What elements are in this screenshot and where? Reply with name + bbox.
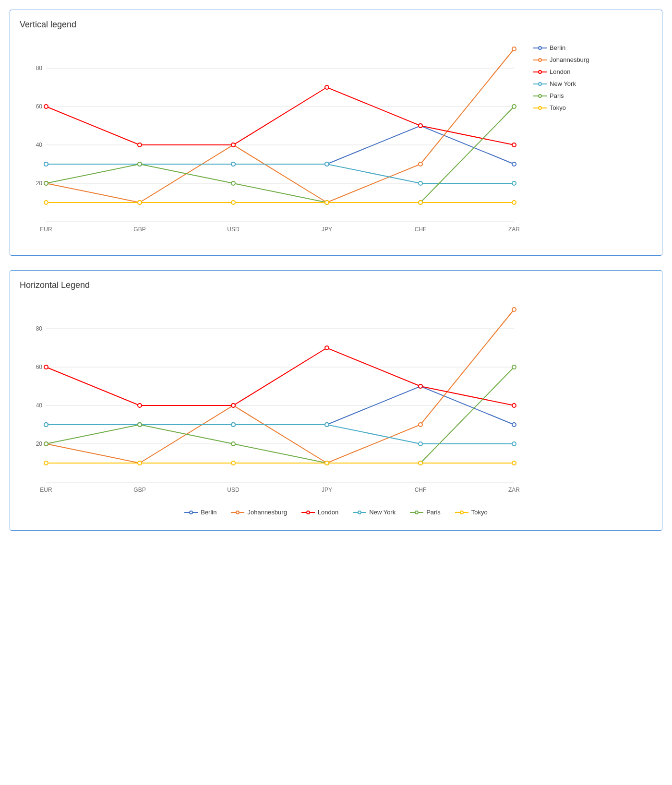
svg-text:60: 60: [36, 103, 43, 110]
svg-text:JPY: JPY: [322, 487, 332, 493]
svg-point-80: [231, 404, 235, 407]
legend-item: Berlin: [533, 44, 589, 51]
svg-point-20: [512, 162, 516, 166]
legend-label: London: [318, 509, 338, 516]
legend-label: New York: [369, 509, 396, 516]
svg-text:USD: USD: [227, 487, 240, 493]
chart-area: 20406080EURGBPUSDJPYCHFZAR: [20, 300, 652, 501]
svg-text:GBP: GBP: [133, 226, 145, 233]
legend-label: Tokyo: [471, 509, 488, 516]
svg-point-41: [231, 181, 235, 185]
legend-item: New York: [353, 509, 396, 516]
svg-text:CHF: CHF: [415, 487, 427, 493]
svg-point-101: [512, 461, 516, 465]
svg-text:20: 20: [36, 440, 43, 447]
chart-horizontal-legend: Horizontal Legend 20406080EURGBPUSDJPYCH…: [10, 270, 662, 531]
svg-point-92: [231, 442, 235, 446]
chart-title: Horizontal Legend: [20, 280, 652, 290]
svg-point-84: [44, 423, 48, 427]
svg-point-82: [419, 384, 422, 388]
svg-point-86: [231, 423, 235, 427]
svg-point-77: [512, 308, 516, 311]
svg-point-30: [325, 85, 329, 89]
svg-text:40: 40: [36, 142, 43, 148]
legend-label: New York: [550, 80, 576, 87]
svg-point-89: [512, 442, 516, 446]
svg-text:40: 40: [36, 402, 43, 409]
svg-point-78: [44, 365, 48, 369]
chart-vertical-legend: Vertical legend 20406080EURGBPUSDJPYCHFZ…: [10, 10, 662, 256]
svg-point-32: [512, 143, 516, 147]
svg-point-98: [231, 461, 235, 465]
legend-label: Johannesburg: [550, 56, 589, 63]
svg-point-91: [138, 423, 142, 427]
svg-point-38: [512, 181, 516, 185]
chart-area: 20406080EURGBPUSDJPYCHFZAR Berlin Johann…: [20, 39, 652, 241]
svg-point-44: [512, 105, 516, 108]
svg-point-36: [325, 162, 329, 166]
svg-point-71: [512, 423, 516, 427]
legend-item: London: [533, 68, 589, 75]
svg-point-90: [44, 442, 48, 446]
svg-text:ZAR: ZAR: [508, 487, 520, 493]
legend-item: London: [301, 509, 338, 516]
legend-label: Berlin: [201, 509, 216, 516]
legend-label: Berlin: [550, 44, 565, 51]
legend-label: Johannesburg: [247, 509, 287, 516]
legend-item: Paris: [533, 92, 589, 99]
legend-vertical: Berlin Johannesburg London New York: [524, 39, 589, 111]
legend-item: Johannesburg: [533, 56, 589, 63]
svg-point-50: [512, 201, 516, 204]
svg-point-97: [138, 461, 142, 465]
legend-item: Tokyo: [533, 104, 589, 111]
svg-text:EUR: EUR: [40, 487, 52, 493]
svg-text:EUR: EUR: [40, 226, 52, 233]
svg-point-40: [138, 162, 142, 166]
chart-wrapper: 20406080EURGBPUSDJPYCHFZAR Berlin Johann…: [20, 300, 652, 516]
svg-point-99: [325, 461, 329, 465]
svg-point-88: [419, 442, 422, 446]
svg-point-37: [419, 181, 422, 185]
svg-point-45: [44, 201, 48, 204]
svg-point-81: [325, 346, 329, 350]
svg-text:JPY: JPY: [322, 226, 332, 233]
svg-point-46: [138, 201, 142, 204]
legend-label: Paris: [550, 92, 564, 99]
svg-text:20: 20: [36, 180, 43, 187]
svg-point-48: [325, 201, 329, 204]
legend-item: Paris: [410, 509, 441, 516]
svg-text:CHF: CHF: [415, 226, 427, 233]
svg-point-31: [419, 124, 422, 128]
chart-title: Vertical legend: [20, 20, 652, 30]
svg-text:GBP: GBP: [133, 487, 145, 493]
svg-point-25: [419, 162, 422, 166]
svg-point-95: [512, 365, 516, 369]
legend-item: Johannesburg: [231, 509, 287, 516]
svg-point-87: [325, 423, 329, 427]
svg-point-28: [138, 143, 142, 147]
svg-point-26: [512, 47, 516, 51]
svg-point-83: [512, 404, 516, 407]
svg-point-100: [419, 461, 422, 465]
legend-item: Berlin: [184, 509, 216, 516]
svg-text:80: 80: [36, 65, 43, 71]
svg-point-96: [44, 461, 48, 465]
legend-item: New York: [533, 80, 589, 87]
svg-point-29: [231, 143, 235, 147]
legend-label: London: [550, 68, 570, 75]
legend-label: Tokyo: [550, 104, 566, 111]
svg-point-35: [231, 162, 235, 166]
legend-horizontal: Berlin Johannesburg London New York: [20, 509, 652, 516]
svg-text:80: 80: [36, 325, 43, 332]
svg-text:USD: USD: [227, 226, 240, 233]
legend-item: Tokyo: [455, 509, 488, 516]
legend-label: Paris: [426, 509, 441, 516]
svg-text:60: 60: [36, 364, 43, 370]
svg-point-39: [44, 181, 48, 185]
svg-point-47: [231, 201, 235, 204]
svg-point-49: [419, 201, 422, 204]
svg-point-79: [138, 404, 142, 407]
svg-point-33: [44, 162, 48, 166]
svg-point-27: [44, 105, 48, 108]
svg-point-76: [419, 423, 422, 427]
